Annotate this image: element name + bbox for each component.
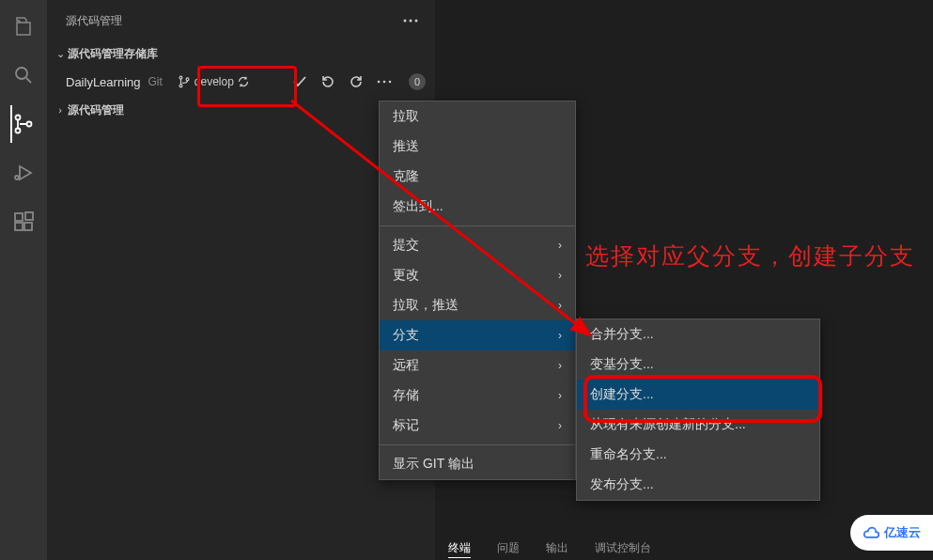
cloud-icon [863, 526, 881, 539]
svg-point-0 [16, 68, 27, 79]
changes-count-badge: 0 [409, 73, 426, 90]
submenu-merge[interactable]: 合并分支... [577, 319, 819, 350]
menu-changes[interactable]: 更改› [380, 260, 575, 290]
submenu-rebase[interactable]: 变基分支... [577, 350, 819, 380]
watermark-text: 亿速云 [884, 524, 921, 541]
menu-gitoutput[interactable]: 显示 GIT 输出 [380, 449, 575, 479]
menu-tag[interactable]: 标记› [380, 411, 575, 441]
menu-clone[interactable]: 克隆 [380, 162, 575, 192]
tab-problems[interactable]: 问题 [497, 540, 520, 556]
svg-rect-7 [24, 223, 32, 230]
submenu-create-from[interactable]: 从现有来源创建新的分支... [577, 410, 819, 440]
context-menu-main: 拉取 推送 克隆 签出到... 提交› 更改› 拉取，推送› 分支› 远程› 存… [379, 101, 576, 480]
menu-branch[interactable]: 分支› [380, 320, 575, 350]
context-menu-branch: 合并分支... 变基分支... 创建分支... 从现有来源创建新的分支... 重… [576, 319, 820, 501]
panel-tabs: 终端 问题 输出 调试控制台 [435, 536, 651, 560]
menu-pullpush[interactable]: 拉取，推送› [380, 290, 575, 320]
chevron-right-icon: › [53, 104, 68, 116]
sync-icon [238, 76, 249, 87]
source-control-icon[interactable] [10, 111, 37, 137]
menu-pull[interactable]: 拉取 [380, 101, 575, 132]
svg-point-17 [389, 81, 392, 84]
branch-icon [178, 75, 191, 88]
repo-type: Git [148, 75, 163, 88]
watermark-badge: 亿速云 [850, 515, 933, 551]
branch-name: develop [194, 75, 234, 88]
menu-remote[interactable]: 远程› [380, 350, 575, 381]
undo-icon[interactable] [320, 74, 335, 89]
sidebar-title: 源代码管理 [66, 13, 122, 29]
svg-rect-6 [15, 223, 23, 230]
section-label: 源代码管理存储库 [68, 46, 158, 62]
sidebar-header: 源代码管理 [47, 0, 435, 41]
debug-icon[interactable] [10, 160, 37, 186]
svg-rect-5 [15, 213, 23, 221]
tab-terminal[interactable]: 终端 [448, 540, 471, 556]
annotation-text: 选择对应父分支，创建子分支 [585, 239, 915, 272]
search-icon[interactable] [10, 62, 37, 88]
more-actions-icon[interactable] [377, 80, 392, 84]
svg-point-13 [179, 85, 182, 87]
tab-debug[interactable]: 调试控制台 [595, 540, 651, 556]
activity-bar [0, 0, 47, 560]
svg-point-1 [16, 116, 21, 120]
section-label: 源代码管理 [68, 102, 124, 118]
refresh-icon[interactable] [349, 74, 364, 89]
repository-item[interactable]: DailyLearning Git develop 0 [47, 66, 435, 98]
chevron-down-icon: ⌄ [53, 48, 68, 60]
branch-indicator[interactable]: develop [178, 75, 249, 88]
section-repositories[interactable]: ⌄ 源代码管理存储库 [47, 41, 435, 66]
svg-point-11 [415, 20, 418, 23]
check-icon[interactable] [292, 74, 307, 89]
svg-point-14 [186, 78, 189, 81]
svg-point-15 [378, 81, 381, 84]
svg-point-2 [16, 129, 21, 133]
sidebar: 源代码管理 ⌄ 源代码管理存储库 DailyLearning Git devel… [47, 0, 435, 560]
menu-separator [380, 444, 575, 445]
repo-toolbar: 0 [292, 73, 426, 90]
svg-point-3 [27, 122, 32, 127]
menu-commit[interactable]: 提交› [380, 230, 575, 260]
svg-point-10 [410, 20, 412, 23]
svg-point-16 [383, 81, 386, 84]
explorer-icon[interactable] [10, 13, 37, 39]
menu-separator [380, 226, 575, 226]
svg-point-9 [404, 20, 407, 23]
menu-stash[interactable]: 存储› [380, 381, 575, 411]
more-button[interactable] [397, 10, 424, 31]
repo-name: DailyLearning [66, 75, 141, 89]
menu-checkout[interactable]: 签出到... [380, 192, 575, 222]
submenu-publish[interactable]: 发布分支... [577, 470, 819, 500]
submenu-create-branch[interactable]: 创建分支... [577, 380, 819, 410]
section-scm[interactable]: › 源代码管理 [47, 98, 435, 122]
submenu-rename[interactable]: 重命名分支... [577, 440, 819, 470]
extensions-icon[interactable] [10, 209, 37, 235]
menu-push[interactable]: 推送 [380, 132, 575, 162]
svg-point-12 [179, 76, 182, 79]
tab-output[interactable]: 输出 [546, 540, 568, 556]
svg-rect-8 [25, 212, 33, 220]
svg-point-4 [15, 176, 19, 179]
